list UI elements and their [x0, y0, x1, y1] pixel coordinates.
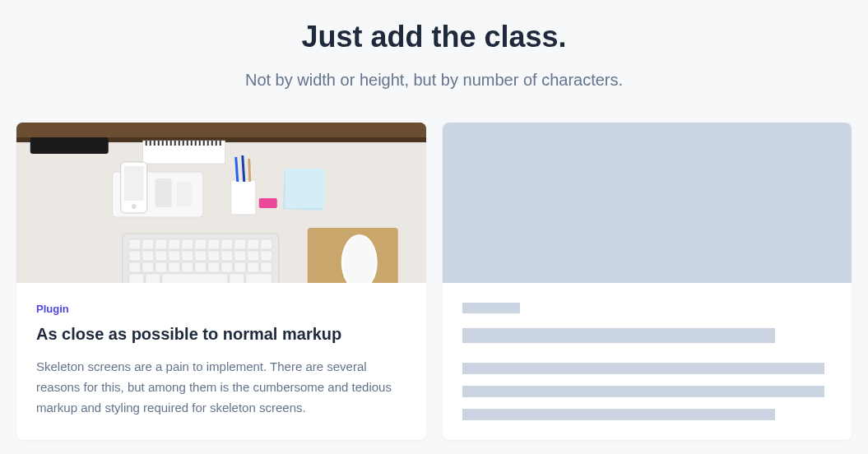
skeleton-text-placeholder: [462, 409, 775, 420]
svg-rect-17: [195, 141, 197, 146]
svg-rect-28: [155, 178, 172, 207]
svg-rect-67: [221, 262, 233, 272]
svg-rect-69: [248, 262, 259, 272]
skeleton-text-placeholder: [462, 363, 824, 374]
svg-rect-48: [261, 239, 272, 249]
svg-rect-14: [183, 141, 184, 146]
svg-rect-50: [142, 251, 154, 261]
skeleton-text-placeholder: [462, 386, 824, 397]
svg-rect-45: [221, 239, 233, 249]
svg-rect-75: [246, 274, 272, 283]
svg-rect-49: [129, 251, 141, 261]
svg-rect-55: [208, 251, 220, 261]
svg-rect-21: [211, 141, 213, 146]
svg-rect-56: [221, 251, 233, 261]
svg-rect-40: [155, 239, 167, 249]
svg-point-27: [132, 204, 137, 209]
page-subtitle: Not by width or height, but by number of…: [0, 71, 868, 90]
svg-rect-47: [248, 239, 259, 249]
svg-line-33: [249, 159, 250, 182]
svg-rect-72: [146, 274, 160, 283]
card-title: As close as possible to normal markup: [36, 325, 406, 344]
svg-rect-19: [203, 141, 205, 146]
svg-rect-58: [248, 251, 259, 261]
svg-rect-5: [146, 141, 147, 146]
svg-rect-36: [285, 169, 325, 208]
skeleton-body: [443, 283, 852, 440]
svg-rect-54: [195, 251, 207, 261]
card-body: Plugin As close as possible to normal ma…: [16, 283, 426, 438]
svg-rect-20: [207, 141, 209, 146]
svg-rect-23: [220, 141, 221, 146]
svg-rect-18: [199, 141, 201, 146]
svg-rect-71: [129, 274, 144, 283]
svg-rect-9: [162, 141, 164, 146]
svg-rect-57: [234, 251, 246, 261]
svg-rect-66: [208, 262, 220, 272]
svg-line-31: [236, 157, 238, 182]
svg-rect-3: [30, 137, 109, 154]
svg-rect-64: [182, 262, 193, 272]
svg-rect-46: [234, 239, 246, 249]
svg-rect-7: [154, 141, 155, 146]
skeleton-title-placeholder: [462, 328, 775, 343]
svg-rect-16: [191, 141, 193, 146]
svg-line-32: [243, 155, 244, 182]
svg-rect-30: [231, 180, 256, 215]
svg-rect-22: [216, 141, 217, 146]
svg-rect-70: [261, 262, 272, 272]
svg-rect-62: [155, 262, 167, 272]
svg-rect-68: [234, 262, 246, 272]
svg-rect-29: [177, 182, 192, 206]
svg-rect-8: [158, 141, 160, 146]
svg-rect-11: [170, 141, 172, 146]
card-image: [16, 123, 426, 283]
card-description: Skeleton screens are a pain to implement…: [36, 357, 406, 418]
svg-rect-61: [142, 262, 154, 272]
svg-rect-12: [174, 141, 176, 146]
svg-rect-34: [259, 198, 277, 208]
svg-rect-59: [261, 251, 272, 261]
svg-rect-38: [129, 239, 141, 249]
cards-container: Plugin As close as possible to normal ma…: [0, 123, 868, 440]
svg-rect-44: [208, 239, 220, 249]
svg-rect-43: [195, 239, 207, 249]
svg-rect-13: [179, 141, 180, 146]
svg-rect-10: [166, 141, 168, 146]
card-tag: Plugin: [36, 303, 406, 315]
svg-rect-41: [169, 239, 180, 249]
skeleton-card: [443, 123, 852, 440]
svg-rect-39: [142, 239, 154, 249]
svg-rect-73: [162, 274, 228, 283]
svg-rect-51: [155, 251, 167, 261]
page-title: Just add the class.: [0, 20, 868, 54]
svg-rect-60: [129, 262, 141, 272]
svg-rect-15: [187, 141, 188, 146]
svg-rect-65: [195, 262, 207, 272]
svg-rect-6: [150, 141, 151, 146]
skeleton-tag-placeholder: [462, 303, 520, 313]
svg-rect-74: [230, 274, 244, 283]
svg-rect-42: [182, 239, 193, 249]
svg-rect-52: [169, 251, 180, 261]
skeleton-image-placeholder: [443, 123, 852, 283]
svg-rect-26: [124, 166, 144, 201]
content-card: Plugin As close as possible to normal ma…: [16, 123, 426, 440]
svg-rect-63: [169, 262, 180, 272]
page-header: Just add the class. Not by width or heig…: [0, 0, 868, 123]
svg-rect-53: [182, 251, 193, 261]
